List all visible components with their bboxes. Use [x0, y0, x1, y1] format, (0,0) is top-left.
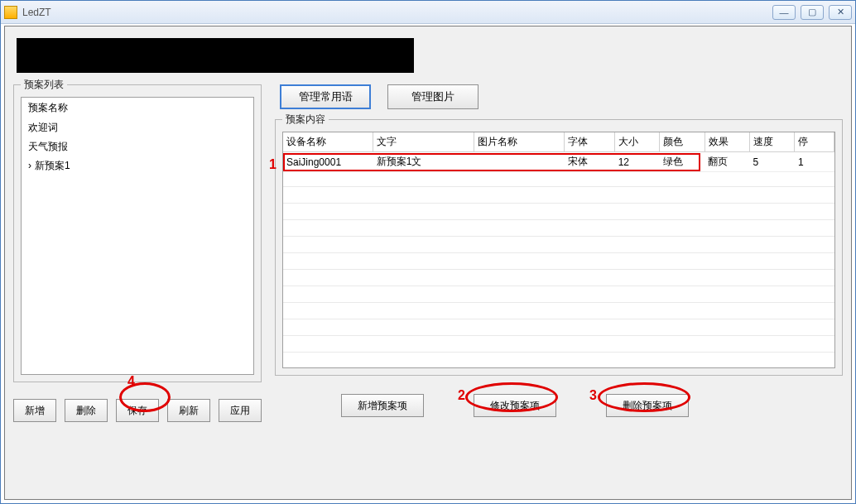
- title-bar: LedZT — ▢ ✕: [1, 1, 855, 24]
- cell-image: [474, 152, 565, 172]
- cell-font: 宋体: [565, 152, 615, 172]
- col-stop: 停: [795, 132, 834, 152]
- list-item[interactable]: 新预案1: [22, 156, 253, 175]
- window-title: LedZT: [22, 7, 772, 18]
- content-caption: 预案内容: [282, 113, 329, 127]
- minimize-button[interactable]: —: [772, 5, 796, 20]
- col-speed: 速度: [750, 132, 795, 152]
- refresh-button[interactable]: 刷新: [167, 399, 210, 422]
- cell-speed: 5: [750, 152, 795, 172]
- add-item-button[interactable]: 新增预案项: [341, 394, 424, 417]
- preview-blackbar: [17, 38, 414, 73]
- col-size: 大小: [615, 132, 660, 152]
- preset-list[interactable]: 预案名称 欢迎词 天气预报 新预案1: [21, 97, 254, 375]
- close-button[interactable]: ✕: [829, 5, 852, 20]
- maximize-button[interactable]: ▢: [801, 5, 824, 20]
- manage-images-button[interactable]: 管理图片: [387, 84, 478, 109]
- cell-text: 新预案1文: [373, 152, 474, 172]
- preset-list-header: 预案名称: [22, 98, 253, 118]
- cell-color: 绿色: [660, 152, 705, 172]
- manage-phrases-button[interactable]: 管理常用语: [280, 84, 371, 109]
- col-effect: 效果: [705, 132, 749, 152]
- delete-button[interactable]: 删除: [65, 399, 108, 422]
- content-table[interactable]: 设备名称 文字 图片名称 字体 大小 颜色 效果 速度 停: [283, 132, 834, 172]
- edit-item-button[interactable]: 修改预案项: [474, 394, 556, 417]
- table-header-row: 设备名称 文字 图片名称 字体 大小 颜色 效果 速度 停: [283, 132, 834, 152]
- col-text: 文字: [373, 132, 474, 152]
- col-image: 图片名称: [474, 132, 565, 152]
- left-column: 预案列表 预案名称 欢迎词 天气预报 新预案1 新增 删除 保存 刷新: [13, 84, 262, 422]
- delete-item-button[interactable]: 删除预案项: [606, 394, 689, 417]
- content-group: 预案内容 设备名称 文字 图片名称: [275, 119, 843, 376]
- app-icon: [4, 6, 17, 19]
- table-row[interactable]: SaiJing0001 新预案1文 宋体 12 绿色 翻页 5 1: [283, 152, 834, 172]
- cell-effect: 翻页: [705, 152, 749, 172]
- col-font: 字体: [565, 132, 615, 152]
- client-area: 预案列表 预案名称 欢迎词 天气预报 新预案1 新增 删除 保存 刷新: [4, 26, 852, 500]
- left-button-row: 新增 删除 保存 刷新 应用: [13, 399, 262, 422]
- apply-button[interactable]: 应用: [219, 399, 262, 422]
- app-window: LedZT — ▢ ✕ 预案列表 预案名称 欢迎词 天气预报 新预案1: [0, 0, 856, 504]
- cell-device: SaiJing0001: [283, 152, 373, 172]
- list-item[interactable]: 天气预报: [22, 137, 253, 156]
- top-button-row: 管理常用语 管理图片: [280, 84, 843, 109]
- content-button-row: 新增预案项 修改预案项 删除预案项: [341, 394, 843, 417]
- add-button[interactable]: 新增: [13, 399, 56, 422]
- content-table-wrap: 设备名称 文字 图片名称 字体 大小 颜色 效果 速度 停: [282, 132, 835, 368]
- col-device: 设备名称: [283, 132, 373, 152]
- save-button[interactable]: 保存: [116, 399, 159, 422]
- preset-list-group: 预案列表 预案名称 欢迎词 天气预报 新预案1: [13, 84, 262, 382]
- cell-stop: 1: [795, 152, 834, 172]
- table-stripes: [283, 170, 834, 367]
- list-item[interactable]: 欢迎词: [22, 118, 253, 137]
- right-column: 管理常用语 管理图片 预案内容 设备名称: [275, 84, 843, 417]
- preset-list-caption: 预案列表: [21, 78, 67, 92]
- cell-size: 12: [615, 152, 660, 172]
- col-color: 颜色: [660, 132, 705, 152]
